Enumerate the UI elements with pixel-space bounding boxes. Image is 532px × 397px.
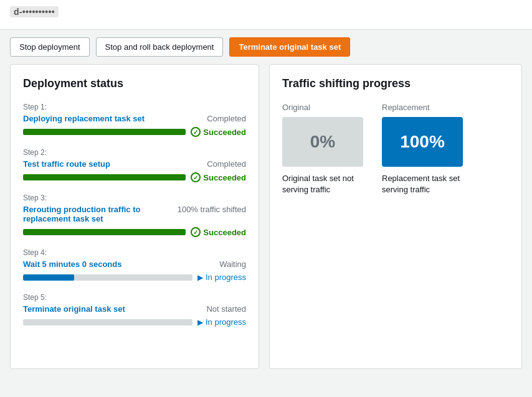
replacement-label: Replacement [382, 103, 430, 112]
step-result-label: Succeeded [203, 228, 246, 237]
step-result-succeeded: ✓ Succeeded [191, 227, 246, 237]
progress-bar-fill [23, 274, 74, 281]
step-result-label: In progress [206, 317, 246, 327]
step-name: Deploying replacement task set [23, 114, 145, 123]
deployment-status-card: Deployment status Step 1: Deploying repl… [10, 64, 259, 369]
replacement-description: Replacement task set serving traffic [382, 173, 463, 195]
stop-rollback-button[interactable]: Stop and roll back deployment [96, 37, 224, 57]
progress-bar-bg [23, 274, 192, 281]
step-label: Step 1: [23, 103, 246, 111]
step-status-text: 100% traffic shifted [178, 205, 246, 214]
step-1: Step 1: Deploying replacement task set C… [23, 103, 246, 137]
step-result-inprogress: ▶ In progress [197, 317, 246, 327]
traffic-boxes: Original 0% Original task set not servin… [282, 103, 509, 195]
step-5: Step 5: Terminate original task set Not … [23, 293, 246, 327]
step-result-label: Succeeded [203, 128, 246, 137]
step-status-text: Completed [207, 114, 246, 123]
action-bar: Stop deployment Stop and roll back deplo… [0, 30, 532, 64]
traffic-shifting-card: Traffic shifting progress Original 0% Or… [269, 64, 522, 369]
check-icon: ✓ [191, 127, 201, 137]
step-info: Wait 5 minutes 0 seconds Waiting [23, 259, 246, 269]
progress-bar-bg [23, 229, 186, 235]
step-status-text: Waiting [219, 259, 246, 269]
step-info: Deploying replacement task set Completed [23, 114, 246, 123]
step-result-succeeded: ✓ Succeeded [191, 172, 246, 182]
progress-bar-fill [23, 129, 186, 135]
progress-row: ✓ Succeeded [23, 127, 246, 137]
replacement-percentage-box: 100% [382, 117, 463, 167]
progress-bar-bg [23, 174, 186, 180]
step-label: Step 5: [23, 293, 246, 302]
step-3: Step 3: Rerouting production traffic to … [23, 194, 246, 237]
deployment-id: d-•••••••••• [10, 6, 522, 17]
replacement-percentage: 100% [400, 132, 445, 152]
step-result-label: In progress [206, 273, 246, 282]
step-result-label: Succeeded [203, 173, 246, 182]
progress-row: ✓ Succeeded [23, 172, 246, 182]
replacement-traffic-group: Replacement 100% Replacement task set se… [382, 103, 463, 195]
stop-deployment-button[interactable]: Stop deployment [10, 37, 90, 57]
step-label: Step 4: [23, 248, 246, 257]
step-status-text: Not started [206, 304, 246, 314]
step-name: Test traffic route setup [23, 159, 110, 169]
step-label: Step 3: [23, 194, 246, 202]
original-description: Original task set not serving traffic [282, 173, 363, 195]
step-info: Rerouting production traffic to replacem… [23, 205, 246, 223]
step-name: Rerouting production traffic to replacem… [23, 205, 148, 223]
arrow-icon: ▶ [197, 273, 203, 282]
original-percentage-box: 0% [282, 117, 363, 167]
step-2: Step 2: Test traffic route setup Complet… [23, 148, 246, 182]
step-info: Terminate original task set Not started [23, 304, 246, 314]
progress-bar-bg [23, 319, 192, 325]
original-label: Original [282, 103, 310, 112]
step-name: Wait 5 minutes 0 seconds [23, 259, 121, 269]
main-content: Deployment status Step 1: Deploying repl… [0, 64, 532, 379]
step-label: Step 2: [23, 148, 246, 157]
traffic-shifting-title: Traffic shifting progress [282, 77, 509, 90]
step-result-succeeded: ✓ Succeeded [191, 127, 246, 137]
step-status-text: Completed [207, 159, 246, 169]
step-name: Terminate original task set [23, 304, 125, 314]
progress-row: ✓ Succeeded [23, 227, 246, 237]
terminate-original-button[interactable]: Terminate original task set [229, 37, 350, 57]
original-traffic-group: Original 0% Original task set not servin… [282, 103, 363, 195]
progress-row: ▶ In progress [23, 273, 246, 282]
progress-bar-fill [23, 229, 186, 235]
progress-bar-fill [23, 174, 186, 180]
step-result-inprogress: ▶ In progress [197, 273, 246, 282]
check-icon: ✓ [191, 227, 201, 237]
step-info: Test traffic route setup Completed [23, 159, 246, 169]
deployment-status-title: Deployment status [23, 77, 246, 90]
progress-row: ▶ In progress [23, 317, 246, 327]
step-4: Step 4: Wait 5 minutes 0 seconds Waiting… [23, 248, 246, 282]
check-icon: ✓ [191, 172, 201, 182]
arrow-icon: ▶ [197, 318, 203, 327]
original-percentage: 0% [310, 132, 335, 152]
progress-bar-bg [23, 129, 186, 135]
steps-container: Step 1: Deploying replacement task set C… [23, 103, 246, 327]
